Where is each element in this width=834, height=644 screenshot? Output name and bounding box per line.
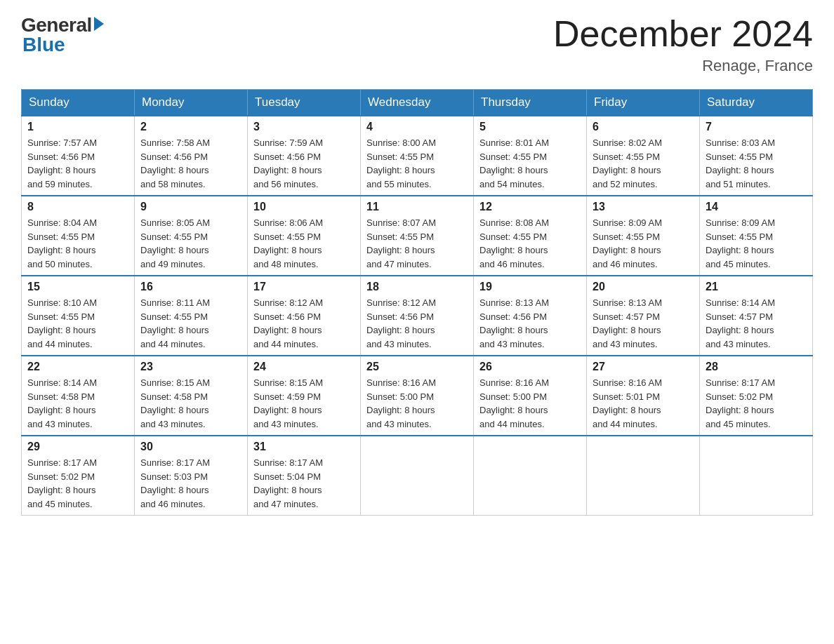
table-row [587, 436, 700, 516]
day-number: 7 [706, 121, 807, 133]
day-number: 25 [366, 361, 468, 373]
day-number: 26 [479, 361, 581, 373]
day-info: Sunrise: 8:17 AM Sunset: 5:02 PM Dayligh… [27, 456, 128, 511]
day-number: 12 [479, 201, 581, 213]
col-friday: Friday [587, 90, 700, 116]
day-info: Sunrise: 8:11 AM Sunset: 4:55 PM Dayligh… [140, 296, 241, 351]
day-number: 22 [27, 361, 128, 373]
table-row: 28 Sunrise: 8:17 AM Sunset: 5:02 PM Dayl… [700, 356, 813, 436]
day-info: Sunrise: 8:03 AM Sunset: 4:55 PM Dayligh… [706, 136, 807, 191]
day-info: Sunrise: 8:16 AM Sunset: 5:00 PM Dayligh… [366, 376, 468, 431]
day-number: 8 [27, 201, 128, 213]
day-number: 2 [140, 121, 241, 133]
day-number: 16 [140, 281, 241, 293]
day-info: Sunrise: 8:17 AM Sunset: 5:02 PM Dayligh… [706, 376, 807, 431]
day-info: Sunrise: 8:14 AM Sunset: 4:58 PM Dayligh… [27, 376, 128, 431]
calendar-header-row: Sunday Monday Tuesday Wednesday Thursday… [22, 90, 813, 116]
location: Renage, France [553, 57, 813, 75]
table-row: 9 Sunrise: 8:05 AM Sunset: 4:55 PM Dayli… [135, 196, 248, 276]
calendar-table: Sunday Monday Tuesday Wednesday Thursday… [21, 89, 813, 516]
day-info: Sunrise: 8:13 AM Sunset: 4:56 PM Dayligh… [479, 296, 581, 351]
day-info: Sunrise: 8:10 AM Sunset: 4:55 PM Dayligh… [27, 296, 128, 351]
table-row: 25 Sunrise: 8:16 AM Sunset: 5:00 PM Dayl… [361, 356, 474, 436]
day-info: Sunrise: 8:00 AM Sunset: 4:55 PM Dayligh… [366, 136, 468, 191]
table-row: 15 Sunrise: 8:10 AM Sunset: 4:55 PM Dayl… [22, 276, 135, 356]
col-tuesday: Tuesday [248, 90, 361, 116]
day-info: Sunrise: 8:17 AM Sunset: 5:04 PM Dayligh… [253, 456, 355, 511]
table-row: 5 Sunrise: 8:01 AM Sunset: 4:55 PM Dayli… [474, 116, 587, 196]
day-info: Sunrise: 8:15 AM Sunset: 4:58 PM Dayligh… [140, 376, 241, 431]
table-row: 13 Sunrise: 8:09 AM Sunset: 4:55 PM Dayl… [587, 196, 700, 276]
day-info: Sunrise: 7:57 AM Sunset: 4:56 PM Dayligh… [27, 136, 128, 191]
day-number: 17 [253, 281, 355, 293]
logo-blue-text: Blue [21, 34, 65, 56]
table-row: 12 Sunrise: 8:08 AM Sunset: 4:55 PM Dayl… [474, 196, 587, 276]
table-row: 22 Sunrise: 8:14 AM Sunset: 4:58 PM Dayl… [22, 356, 135, 436]
table-row [474, 436, 587, 516]
day-number: 19 [479, 281, 581, 293]
day-number: 29 [27, 441, 128, 453]
day-number: 14 [706, 201, 807, 213]
day-info: Sunrise: 8:12 AM Sunset: 4:56 PM Dayligh… [366, 296, 468, 351]
day-number: 1 [27, 121, 128, 133]
logo: General Blue [21, 14, 104, 56]
page-header: General Blue December 2024 Renage, Franc… [21, 14, 813, 75]
table-row: 4 Sunrise: 8:00 AM Sunset: 4:55 PM Dayli… [361, 116, 474, 196]
col-saturday: Saturday [700, 90, 813, 116]
day-number: 30 [140, 441, 241, 453]
day-info: Sunrise: 8:02 AM Sunset: 4:55 PM Dayligh… [593, 136, 694, 191]
title-block: December 2024 Renage, France [553, 14, 813, 75]
day-number: 6 [593, 121, 694, 133]
table-row: 14 Sunrise: 8:09 AM Sunset: 4:55 PM Dayl… [700, 196, 813, 276]
day-info: Sunrise: 7:59 AM Sunset: 4:56 PM Dayligh… [253, 136, 355, 191]
calendar-week-row: 29 Sunrise: 8:17 AM Sunset: 5:02 PM Dayl… [22, 436, 813, 516]
day-number: 9 [140, 201, 241, 213]
col-thursday: Thursday [474, 90, 587, 116]
table-row: 1 Sunrise: 7:57 AM Sunset: 4:56 PM Dayli… [22, 116, 135, 196]
day-info: Sunrise: 8:04 AM Sunset: 4:55 PM Dayligh… [27, 216, 128, 271]
day-number: 23 [140, 361, 241, 373]
day-info: Sunrise: 8:09 AM Sunset: 4:55 PM Dayligh… [706, 216, 807, 271]
day-info: Sunrise: 8:07 AM Sunset: 4:55 PM Dayligh… [366, 216, 468, 271]
day-number: 4 [366, 121, 468, 133]
table-row: 20 Sunrise: 8:13 AM Sunset: 4:57 PM Dayl… [587, 276, 700, 356]
calendar-week-row: 1 Sunrise: 7:57 AM Sunset: 4:56 PM Dayli… [22, 116, 813, 196]
logo-arrow-icon [94, 17, 104, 31]
col-sunday: Sunday [22, 90, 135, 116]
day-info: Sunrise: 8:15 AM Sunset: 4:59 PM Dayligh… [253, 376, 355, 431]
day-info: Sunrise: 7:58 AM Sunset: 4:56 PM Dayligh… [140, 136, 241, 191]
col-monday: Monday [135, 90, 248, 116]
month-title: December 2024 [553, 14, 813, 54]
day-info: Sunrise: 8:16 AM Sunset: 5:00 PM Dayligh… [479, 376, 581, 431]
day-number: 24 [253, 361, 355, 373]
table-row [361, 436, 474, 516]
day-info: Sunrise: 8:08 AM Sunset: 4:55 PM Dayligh… [479, 216, 581, 271]
table-row: 2 Sunrise: 7:58 AM Sunset: 4:56 PM Dayli… [135, 116, 248, 196]
day-number: 28 [706, 361, 807, 373]
table-row: 7 Sunrise: 8:03 AM Sunset: 4:55 PM Dayli… [700, 116, 813, 196]
day-info: Sunrise: 8:12 AM Sunset: 4:56 PM Dayligh… [253, 296, 355, 351]
table-row: 26 Sunrise: 8:16 AM Sunset: 5:00 PM Dayl… [474, 356, 587, 436]
calendar-week-row: 8 Sunrise: 8:04 AM Sunset: 4:55 PM Dayli… [22, 196, 813, 276]
day-number: 31 [253, 441, 355, 453]
table-row: 27 Sunrise: 8:16 AM Sunset: 5:01 PM Dayl… [587, 356, 700, 436]
calendar-week-row: 22 Sunrise: 8:14 AM Sunset: 4:58 PM Dayl… [22, 356, 813, 436]
table-row: 21 Sunrise: 8:14 AM Sunset: 4:57 PM Dayl… [700, 276, 813, 356]
calendar-week-row: 15 Sunrise: 8:10 AM Sunset: 4:55 PM Dayl… [22, 276, 813, 356]
day-number: 11 [366, 201, 468, 213]
day-number: 21 [706, 281, 807, 293]
day-number: 3 [253, 121, 355, 133]
day-info: Sunrise: 8:14 AM Sunset: 4:57 PM Dayligh… [706, 296, 807, 351]
day-info: Sunrise: 8:13 AM Sunset: 4:57 PM Dayligh… [593, 296, 694, 351]
table-row [700, 436, 813, 516]
table-row: 19 Sunrise: 8:13 AM Sunset: 4:56 PM Dayl… [474, 276, 587, 356]
day-number: 15 [27, 281, 128, 293]
table-row: 11 Sunrise: 8:07 AM Sunset: 4:55 PM Dayl… [361, 196, 474, 276]
day-number: 20 [593, 281, 694, 293]
table-row: 8 Sunrise: 8:04 AM Sunset: 4:55 PM Dayli… [22, 196, 135, 276]
day-number: 10 [253, 201, 355, 213]
day-info: Sunrise: 8:17 AM Sunset: 5:03 PM Dayligh… [140, 456, 241, 511]
day-info: Sunrise: 8:06 AM Sunset: 4:55 PM Dayligh… [253, 216, 355, 271]
table-row: 18 Sunrise: 8:12 AM Sunset: 4:56 PM Dayl… [361, 276, 474, 356]
day-number: 27 [593, 361, 694, 373]
